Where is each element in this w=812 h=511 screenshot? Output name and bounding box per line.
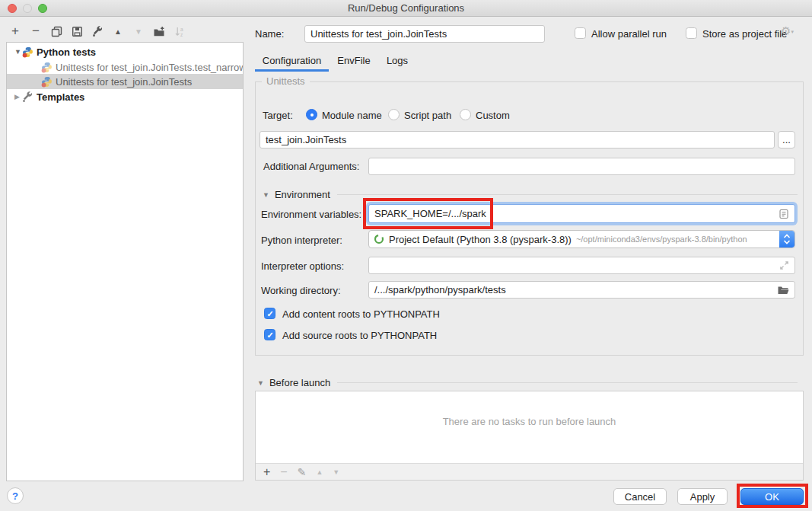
module-name-input[interactable]: test_join.JoinTests bbox=[260, 131, 775, 149]
save-configuration-icon[interactable] bbox=[71, 25, 83, 37]
move-down-icon[interactable]: ▼ bbox=[132, 25, 145, 37]
zoom-window-button[interactable] bbox=[38, 4, 47, 13]
apply-button[interactable]: Apply bbox=[677, 488, 728, 505]
apply-label: Apply bbox=[690, 491, 715, 503]
svg-text:z: z bbox=[180, 32, 183, 37]
working-directory-value: /.../spark/python/pyspark/tests bbox=[374, 284, 506, 295]
ok-button[interactable]: OK bbox=[740, 488, 804, 505]
store-as-project-file-label: Store as project file bbox=[702, 28, 787, 40]
interpreter-options-label: Interpreter options: bbox=[261, 260, 344, 272]
additional-arguments-input[interactable] bbox=[368, 158, 795, 175]
store-as-project-file-checkbox[interactable] bbox=[686, 27, 697, 39]
new-folder-icon[interactable] bbox=[153, 25, 165, 37]
tab-envfile[interactable]: EnvFile bbox=[336, 55, 372, 66]
close-window-button[interactable] bbox=[8, 4, 17, 13]
target-label: Target: bbox=[263, 110, 293, 121]
tree-item-unittests-test-narrow[interactable]: Unittests for test_join.JoinTests.test_n… bbox=[7, 59, 243, 75]
before-launch-empty-message: There are no tasks to run before launch bbox=[256, 416, 803, 427]
before-launch-section-header[interactable]: ▼ Before launch bbox=[257, 377, 798, 388]
environment-variables-input[interactable]: SPARK_HOME=/.../spark bbox=[368, 204, 795, 223]
title-bar: Run/Debug Configurations bbox=[0, 0, 812, 17]
remove-task-icon[interactable]: − bbox=[280, 465, 287, 479]
interpreter-options-input[interactable] bbox=[368, 257, 795, 274]
collapsed-chevron-icon[interactable]: ▶ bbox=[14, 93, 22, 101]
target-script-path-radio[interactable] bbox=[388, 109, 400, 120]
edit-templates-wrench-icon[interactable] bbox=[91, 25, 103, 37]
tree-item-unittests-jointests-selected[interactable]: Unittests for test_join.JoinTests bbox=[7, 74, 243, 89]
copy-configuration-icon[interactable] bbox=[50, 25, 62, 37]
tree-item-templates[interactable]: ▶ Templates bbox=[7, 89, 243, 104]
tab-configuration[interactable]: Configuration bbox=[255, 55, 329, 66]
add-configuration-icon[interactable]: + bbox=[9, 25, 21, 37]
environment-variables-label: Environment variables: bbox=[261, 209, 361, 220]
browse-folder-icon[interactable] bbox=[777, 285, 789, 295]
working-directory-label: Working directory: bbox=[261, 285, 341, 296]
target-script-path-label: Script path bbox=[404, 110, 451, 121]
store-options-gear-icon[interactable]: ⚙▾ bbox=[781, 24, 794, 38]
python-interpreter-label: Python interpreter: bbox=[261, 235, 342, 246]
sort-configurations-icon[interactable]: az bbox=[174, 25, 186, 37]
env-vars-list-icon[interactable] bbox=[779, 209, 789, 219]
move-task-up-icon[interactable]: ▲ bbox=[316, 468, 323, 476]
target-custom-radio[interactable] bbox=[460, 109, 471, 120]
help-label: ? bbox=[12, 490, 18, 502]
add-content-roots-label: Add content roots to PYTHONPATH bbox=[282, 308, 440, 320]
help-button[interactable]: ? bbox=[7, 487, 24, 504]
name-input[interactable]: Unittests for test_join.JoinTests bbox=[304, 25, 545, 43]
minimize-window-button[interactable] bbox=[23, 4, 32, 13]
python-interpreter-value: Project Default (Python 3.8 (pyspark-3.8… bbox=[389, 234, 572, 245]
before-launch-toolbar: + − ✎ ▲ ▼ bbox=[256, 463, 803, 480]
move-task-down-icon[interactable]: ▼ bbox=[333, 468, 339, 476]
environment-section-header[interactable]: ▼ Environment bbox=[263, 189, 798, 200]
expand-field-icon[interactable] bbox=[779, 260, 789, 270]
python-tests-icon bbox=[22, 46, 33, 58]
allow-parallel-run-label: Allow parallel run bbox=[591, 28, 667, 40]
browse-module-button[interactable]: ... bbox=[778, 131, 795, 149]
tree-item-label: Python tests bbox=[37, 46, 96, 58]
python-test-config-icon bbox=[41, 62, 53, 73]
add-source-roots-checkbox[interactable] bbox=[264, 329, 275, 340]
active-tab-underline bbox=[255, 69, 329, 72]
python-interpreter-path: ~/opt/miniconda3/envs/pyspark-3.8/bin/py… bbox=[576, 235, 747, 244]
python-test-config-icon bbox=[41, 76, 53, 88]
environment-variables-value: SPARK_HOME=/.../spark bbox=[374, 208, 486, 219]
run-debug-configurations-dialog: Run/Debug Configurations + − ▲ ▼ az ▼ Py bbox=[0, 0, 812, 511]
tab-logs[interactable]: Logs bbox=[383, 55, 412, 66]
before-launch-task-list: There are no tasks to run before launch … bbox=[255, 391, 804, 481]
tree-item-python-tests[interactable]: ▼ Python tests bbox=[7, 44, 243, 59]
python-interpreter-dropdown[interactable]: Project Default (Python 3.8 (pyspark-3.8… bbox=[368, 230, 795, 248]
environment-section-title: Environment bbox=[275, 189, 330, 200]
target-module-name-radio[interactable] bbox=[306, 109, 317, 120]
name-value: Unittests for test_join.JoinTests bbox=[310, 28, 447, 40]
cancel-button[interactable]: Cancel bbox=[613, 488, 667, 505]
additional-arguments-label: Additional Arguments: bbox=[263, 161, 359, 172]
ok-label: OK bbox=[765, 491, 779, 503]
name-label: Name: bbox=[255, 28, 284, 40]
separator-line bbox=[337, 194, 798, 195]
environment-collapse-icon[interactable]: ▼ bbox=[263, 191, 269, 199]
add-content-roots-checkbox[interactable] bbox=[264, 308, 275, 319]
window-title: Run/Debug Configurations bbox=[348, 2, 464, 14]
working-directory-input[interactable]: /.../spark/python/pyspark/tests bbox=[368, 281, 795, 299]
tree-item-label: Unittests for test_join.JoinTests bbox=[56, 76, 192, 88]
tree-item-label: Unittests for test_join.JoinTests.test_n… bbox=[56, 62, 243, 73]
add-task-icon[interactable]: + bbox=[263, 465, 270, 479]
tree-item-label: Templates bbox=[37, 91, 84, 103]
expanded-chevron-icon[interactable]: ▼ bbox=[14, 48, 22, 56]
move-up-icon[interactable]: ▲ bbox=[112, 25, 124, 37]
cancel-label: Cancel bbox=[625, 491, 655, 503]
edit-task-pencil-icon[interactable]: ✎ bbox=[298, 466, 307, 478]
unittests-group-title: Unittests bbox=[262, 75, 310, 87]
interpreter-dropdown-chevron-icon[interactable] bbox=[779, 231, 794, 248]
add-source-roots-label: Add source roots to PYTHONPATH bbox=[282, 330, 437, 341]
svg-text:a: a bbox=[180, 26, 183, 31]
target-custom-label: Custom bbox=[476, 110, 510, 121]
remove-configuration-icon[interactable]: − bbox=[30, 25, 42, 37]
configurations-toolbar: + − ▲ ▼ az bbox=[9, 24, 186, 39]
templates-wrench-icon bbox=[22, 91, 33, 103]
conda-env-icon bbox=[374, 234, 384, 244]
separator-line bbox=[337, 382, 798, 383]
allow-parallel-run-checkbox[interactable] bbox=[575, 27, 586, 39]
before-launch-section-title: Before launch bbox=[269, 377, 330, 388]
before-launch-collapse-icon[interactable]: ▼ bbox=[257, 379, 264, 387]
